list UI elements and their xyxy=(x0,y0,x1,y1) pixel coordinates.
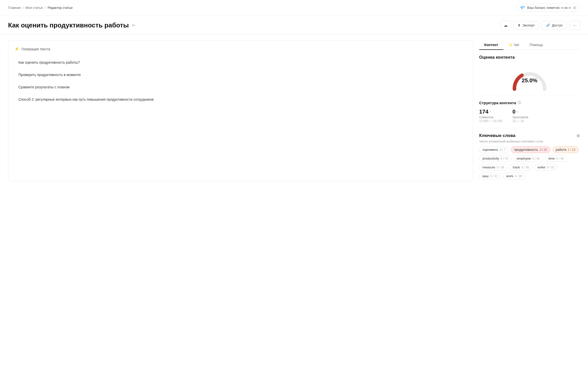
edit-icon[interactable]: ✏ xyxy=(132,23,136,28)
keyword-tag[interactable]: productivity0 / 73 xyxy=(479,155,511,162)
right-panel: Контент ✨ Чат Помощь Оценка контента 25.… xyxy=(479,40,580,179)
keyword-word: productivity xyxy=(482,157,499,160)
keyword-tag[interactable]: ваш0 / 31 xyxy=(479,173,501,179)
keyword-tag[interactable]: work0 / 30 xyxy=(503,173,525,179)
keyword-count: 0 / 45 xyxy=(556,157,564,160)
export-icon: ⬆ xyxy=(518,23,520,27)
more-button[interactable]: ⋯ xyxy=(569,21,580,30)
divider xyxy=(479,95,580,95)
chars-arrow: ↑ xyxy=(489,110,491,114)
score-title: Оценка контента xyxy=(479,55,580,60)
keyword-count: 3 / 20 xyxy=(540,148,547,152)
balance-badge: 💎 Ваш баланс лимитов: ∞ из ∞ ⊕ xyxy=(516,4,580,12)
chat-star-icon: ✨ xyxy=(508,43,512,47)
keyword-count: 1 / 16 xyxy=(568,148,575,152)
headings-label: Заголовков xyxy=(512,116,528,119)
stats-row: 174 ↑ Символов 12 800 — 19 200 0 ↑ Загол… xyxy=(479,108,580,123)
gear-icon[interactable]: ⚙ xyxy=(576,133,580,138)
access-button[interactable]: 🔗 Доступ xyxy=(542,21,567,29)
keyword-tag[interactable]: продуктивность3 / 20 xyxy=(511,146,550,153)
keyword-tag[interactable]: employee0 / 62 xyxy=(513,155,543,162)
tab-content[interactable]: Контент xyxy=(479,40,503,50)
structure-title-text: Структура контента xyxy=(479,101,516,105)
tab-help[interactable]: Помощь xyxy=(525,40,548,50)
content-list: Как оценить продуктивность работы? Прове… xyxy=(14,56,467,106)
gauge-chart: 25.0% xyxy=(509,64,550,89)
chars-stat: 174 ↑ Символов 12 800 — 19 200 xyxy=(479,108,502,123)
keywords-section: Ключевые слова ⚙ Число упоминаний выбанн… xyxy=(479,133,580,179)
keyword-word: employee xyxy=(517,157,531,160)
keywords-header: Ключевые слова ⚙ xyxy=(479,133,580,138)
keyword-tag[interactable]: time0 / 45 xyxy=(545,155,567,162)
balance-label: Ваш баланс лимитов: ∞ из ∞ xyxy=(527,6,571,10)
panel-header: ⚡ Генерация текста xyxy=(14,47,467,51)
panel-title: Генерация текста xyxy=(21,47,50,51)
keyword-count: 0 / 30 xyxy=(515,174,522,178)
headings-value: 0 ↑ xyxy=(512,108,528,115)
list-item[interactable]: Сравните результаты с планом xyxy=(14,81,467,93)
headings-stat: 0 ↑ Заголовков 10 — 20 xyxy=(512,108,528,123)
diamond-icon: 💎 xyxy=(520,5,525,10)
keyword-tag[interactable]: track0 / 36 xyxy=(510,164,532,171)
flash-icon: ⚡ xyxy=(14,47,19,51)
keyword-tag[interactable]: оценивать0 / 7 xyxy=(479,146,509,153)
left-panel: ⚡ Генерация текста Как оценить продуктив… xyxy=(8,40,473,181)
keyword-word: track xyxy=(513,165,520,169)
page-header: Как оценить продуктивность работы ✏ ☁ ⬆ … xyxy=(0,16,588,34)
top-nav: Главная / Мои статьи / Редактор статьи 💎… xyxy=(0,0,588,16)
keyword-count: 0 / 62 xyxy=(532,157,540,160)
keywords-grid: оценивать0 / 7продуктивность3 / 20работа… xyxy=(479,146,580,179)
breadcrumb-sep1: / xyxy=(22,6,23,10)
main-content: ⚡ Генерация текста Как оценить продуктив… xyxy=(0,34,588,187)
info-icon[interactable]: ⓘ xyxy=(518,100,521,105)
page-title: Как оценить продуктивность работы xyxy=(8,21,129,29)
keyword-count: 0 / 36 xyxy=(497,166,504,169)
balance-plus-icon[interactable]: ⊕ xyxy=(573,5,576,10)
cloud-button[interactable]: ☁ xyxy=(500,21,511,30)
tab-chat-label: Чат xyxy=(514,43,519,47)
gauge-value: 25.0% xyxy=(522,77,537,84)
more-icon: ⋯ xyxy=(573,23,577,27)
gauge-wrap: 25.0% xyxy=(479,64,580,89)
list-item[interactable]: Проверить продуктивность в моменте xyxy=(14,69,467,81)
breadcrumb-articles[interactable]: Мои статьи xyxy=(25,6,43,10)
access-label: Доступ xyxy=(552,23,563,27)
structure-section: Структура контента ⓘ 174 ↑ Символов 12 8… xyxy=(479,100,580,123)
breadcrumb: Главная / Мои статьи / Редактор статьи xyxy=(8,6,73,10)
cloud-icon: ☁ xyxy=(504,23,508,27)
keyword-tag[interactable]: measure0 / 36 xyxy=(479,164,508,171)
keyword-count: 0 / 73 xyxy=(501,157,508,160)
tabs: Контент ✨ Чат Помощь xyxy=(479,40,580,50)
list-item[interactable]: Способ 2: регулярные интервью как путь п… xyxy=(14,93,467,106)
keyword-word: работа xyxy=(556,148,566,152)
export-label: Экспорт xyxy=(522,23,535,27)
keyword-word: measure xyxy=(482,165,495,169)
tab-chat[interactable]: ✨ Чат xyxy=(503,40,525,50)
access-icon: 🔗 xyxy=(546,23,550,27)
keyword-word: продуктивность xyxy=(514,148,538,152)
export-button[interactable]: ⬆ Экспорт xyxy=(513,21,539,29)
keyword-word: work xyxy=(506,174,513,178)
divider2 xyxy=(479,128,580,128)
structure-title: Структура контента ⓘ xyxy=(479,100,580,105)
chars-range: 12 800 — 19 200 xyxy=(479,119,502,123)
breadcrumb-sep2: / xyxy=(45,6,46,10)
keyword-count: 0 / 31 xyxy=(490,174,498,178)
header-actions: ☁ ⬆ Экспорт 🔗 Доступ ⋯ xyxy=(500,21,580,30)
keyword-count: 0 / 7 xyxy=(500,148,506,152)
breadcrumb-home[interactable]: Главная xyxy=(8,6,20,10)
chars-label: Символов xyxy=(479,116,502,119)
keyword-tag[interactable]: wrike0 / 32 xyxy=(534,164,558,171)
headings-range: 10 — 20 xyxy=(512,119,528,123)
headings-arrow: ↑ xyxy=(516,110,518,114)
keyword-count: 0 / 36 xyxy=(521,166,529,169)
list-item[interactable]: Как оценить продуктивность работы? xyxy=(14,56,467,69)
title-wrap: Как оценить продуктивность работы ✏ xyxy=(8,21,136,29)
keyword-word: time xyxy=(548,157,555,160)
keywords-title: Ключевые слова xyxy=(479,133,515,138)
keyword-tag[interactable]: работа1 / 16 xyxy=(552,146,579,153)
keyword-count: 0 / 32 xyxy=(547,166,554,169)
chars-value: 174 ↑ xyxy=(479,108,502,115)
keyword-word: wrike xyxy=(538,165,545,169)
keyword-word: оценивать xyxy=(482,148,498,152)
